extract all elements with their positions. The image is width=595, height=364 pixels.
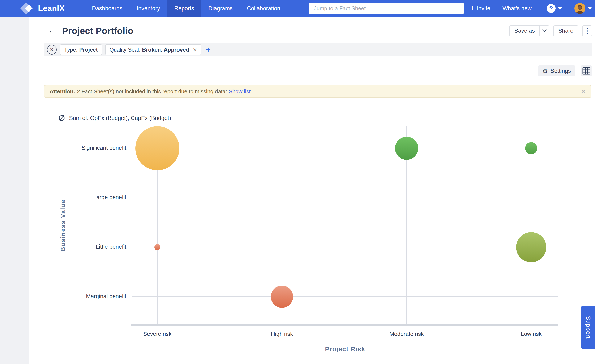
share-button[interactable]: Share [553,25,578,36]
filter-bar: ✕ Type: Project Quality Seal: Broken, Ap… [44,43,592,56]
y-axis-tick-label: Little benefit [50,244,126,250]
chevron-down-icon [542,29,547,32]
chart-gridline-horizontal [132,197,558,198]
back-button[interactable]: ← [48,25,57,35]
leanix-logo-icon [20,2,35,15]
filter-chip-label: Quality Seal: [110,47,140,53]
banner-message: 2 Fact Sheet(s) not included in this rep… [77,88,227,95]
support-tab[interactable]: Support [581,306,595,349]
chart-gridline-horizontal [132,296,558,297]
x-axis-tick-label: Low risk [489,331,573,337]
bubble-size-legend: Sum of: OpEx (Budget), CapEx (Budget) [58,114,171,122]
y-axis-tick-label: Marginal benefit [50,293,126,300]
chart-bubble[interactable] [271,286,293,308]
filter-chip-value: Project [79,47,98,53]
chart-bubble[interactable] [135,126,179,170]
more-options-button[interactable]: ⋮ [582,25,592,36]
user-menu-button[interactable] [574,3,592,14]
x-axis-title: Project Risk [325,346,365,353]
nav-item-inventory[interactable]: Inventory [130,0,167,17]
chart-bubble[interactable] [395,137,418,160]
save-as-dropdown-button[interactable] [539,25,549,36]
chevron-down-icon [588,7,592,10]
help-icon: ? [547,4,556,13]
brand-name: LeanIX [38,4,65,13]
chart-bubble[interactable] [516,232,546,262]
top-navbar: LeanIX Dashboards Inventory Reports Diag… [0,0,595,17]
plus-icon: + [470,4,475,12]
nav-menu: Dashboards Inventory Reports Diagrams Co… [85,0,287,17]
chart-bubble[interactable] [525,142,537,154]
settings-label: Settings [550,68,571,74]
chart-gridline-vertical [531,126,531,324]
report-header: ← Project Portfolio Save as Share ⋮ [48,24,592,37]
nav-item-dashboards[interactable]: Dashboards [85,0,130,17]
filter-chip-quality-seal[interactable]: Quality Seal: Broken, Approved ✕ [105,44,201,55]
gear-icon: ⚙ [542,68,548,74]
report-toolbar: ⚙ Settings [538,65,592,76]
chart-gridline-horizontal [132,247,558,247]
fact-sheet-search-input[interactable] [309,2,464,14]
x-axis-line [131,324,558,326]
table-view-button[interactable] [581,65,592,76]
y-axis-tick-label: Large benefit [50,194,126,201]
table-icon [582,67,590,75]
whats-new-link[interactable]: What’s new [503,5,532,12]
header-actions: Save as Share ⋮ [509,25,592,36]
reset-filters-button[interactable]: ✕ [47,45,57,55]
brand-home-link[interactable]: LeanIX [20,0,65,17]
page-title: Project Portfolio [62,26,134,36]
nav-item-reports[interactable]: Reports [167,0,201,17]
invite-label: Invite [477,5,490,12]
chart-gridline-horizontal [132,148,558,148]
kebab-icon: ⋮ [584,27,591,35]
add-filter-button[interactable]: + [206,45,211,54]
nav-item-collaboration[interactable]: Collaboration [240,0,287,17]
x-axis-tick-label: Severe risk [115,331,199,337]
x-axis-tick-label: Moderate risk [365,331,449,337]
x-axis-tick-label: High risk [240,331,324,337]
settings-button[interactable]: ⚙ Settings [538,65,575,76]
left-sidebar [0,17,29,364]
help-menu-button[interactable]: ? [547,4,562,13]
legend-label: Sum of: OpEx (Budget), CapEx (Budget) [69,115,171,121]
diameter-icon [58,114,65,122]
show-list-link[interactable]: Show list [229,88,250,95]
invite-button[interactable]: + Invite [470,5,490,12]
y-axis-title: Business Value [60,199,66,252]
chevron-down-icon [558,7,562,10]
avatar [574,3,585,14]
nav-item-diagrams[interactable]: Diagrams [201,0,240,17]
chart-bubble[interactable] [154,244,160,250]
attention-banner: Attention: 2 Fact Sheet(s) not included … [44,85,591,98]
banner-close-icon[interactable]: ✕ [581,88,586,95]
save-as-split-button: Save as [509,25,549,36]
filter-chip-label: Type: [64,47,78,53]
close-circle-icon: ✕ [50,46,54,53]
remove-filter-icon[interactable]: ✕ [193,47,197,53]
banner-prefix: Attention: [50,88,75,95]
save-as-button[interactable]: Save as [509,25,539,36]
y-axis-tick-label: Significant benefit [50,145,126,151]
navbar-right-group: + Invite What’s new ? [470,0,592,17]
filter-chip-type[interactable]: Type: Project [60,44,102,55]
filter-chip-value: Broken, Approved [142,47,189,53]
